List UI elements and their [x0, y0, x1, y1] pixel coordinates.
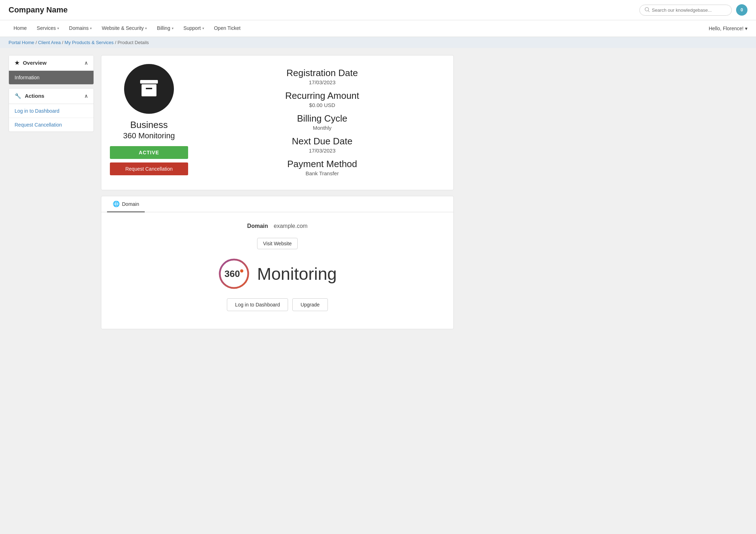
logo-section: 360 Monitoring Log in to Dashboard Upgra…: [116, 258, 439, 311]
svg-rect-2: [140, 80, 158, 84]
nav-item-support[interactable]: Support ▾: [179, 20, 209, 37]
active-status-badge: ACTIVE: [110, 146, 188, 159]
monitoring-label: Monitoring: [257, 264, 337, 284]
breadcrumb: Portal Home / Client Area / My Products …: [0, 37, 756, 48]
header-right: 0: [639, 4, 747, 16]
header: Company Name 0: [0, 0, 756, 20]
registration-date-label: Registration Date: [199, 68, 445, 79]
upgrade-button[interactable]: Upgrade: [292, 298, 328, 311]
search-input[interactable]: [652, 7, 726, 13]
domain-value: example.com: [274, 223, 308, 229]
sidebar-overview-left: ★ Overview: [15, 60, 47, 66]
nav-left: Home Services ▾ Domains ▾ Website & Secu…: [9, 20, 245, 37]
billing-cycle-value: Monthly: [199, 125, 445, 131]
product-icon-circle: [124, 64, 174, 114]
cancel-button[interactable]: Request Cancellation: [110, 162, 188, 175]
domain-tab-label: Domain: [122, 201, 139, 207]
actions-chevron: ∧: [84, 93, 88, 99]
user-menu-caret: ▾: [745, 26, 747, 31]
nav-item-domains[interactable]: Domains ▾: [64, 20, 97, 37]
monitoring-logo: 360 Monitoring: [218, 258, 337, 290]
billing-cycle-label: Billing Cycle: [199, 113, 445, 124]
sidebar-item-login-dashboard[interactable]: Log in to Dashboard: [9, 104, 94, 118]
payment-method-label: Payment Method: [199, 159, 445, 170]
action-buttons: Log in to Dashboard Upgrade: [227, 298, 328, 311]
website-security-caret: ▾: [145, 26, 147, 30]
search-box[interactable]: [639, 5, 732, 16]
user-menu[interactable]: Hello, Florence! ▾: [709, 26, 747, 31]
sidebar-actions-section: 🔧 Actions ∧ Log in to Dashboard Request …: [9, 88, 94, 132]
svg-rect-3: [142, 84, 156, 96]
sidebar-overview-header[interactable]: ★ Overview ∧: [9, 55, 94, 71]
sidebar-item-information[interactable]: Information: [9, 71, 94, 84]
payment-method-value: Bank Transfer: [199, 170, 445, 176]
sidebar-actions-header[interactable]: 🔧 Actions ∧: [9, 89, 94, 104]
logo-360-number: 360: [224, 268, 243, 279]
search-icon: [645, 7, 650, 13]
sidebar-overview-section: ★ Overview ∧ Information: [9, 55, 94, 85]
support-caret: ▾: [202, 26, 204, 30]
archive-icon: [137, 76, 161, 101]
user-greeting: Hello, Florence!: [709, 26, 744, 31]
login-dashboard-button[interactable]: Log in to Dashboard: [227, 298, 288, 311]
breadcrumb-portal-home[interactable]: Portal Home: [9, 40, 34, 45]
nav-item-website-security[interactable]: Website & Security ▾: [97, 20, 152, 37]
domain-tabs: 🌐 Domain: [101, 196, 453, 212]
sidebar: ★ Overview ∧ Information 🔧 Actions ∧ Log…: [9, 55, 94, 329]
nav-item-services[interactable]: Services ▾: [32, 20, 64, 37]
nav-item-billing[interactable]: Billing ▾: [152, 20, 178, 37]
overview-chevron: ∧: [84, 60, 88, 66]
svg-rect-4: [146, 88, 152, 89]
logo-circle-wrapper: 360: [218, 258, 250, 290]
nav-item-open-ticket[interactable]: Open Ticket: [209, 20, 246, 37]
wrench-icon: 🔧: [15, 93, 21, 99]
next-due-date-label: Next Due Date: [199, 136, 445, 147]
breadcrumb-my-products[interactable]: My Products & Services: [65, 40, 114, 45]
company-name: Company Name: [9, 5, 68, 15]
domain-content: Domain example.com Visit Website: [101, 212, 453, 329]
visit-website-button[interactable]: Visit Website: [257, 238, 298, 249]
product-name: Business: [130, 119, 168, 130]
billing-caret: ▾: [172, 26, 174, 30]
recurring-amount-label: Recurring Amount: [199, 90, 445, 101]
main-content: ★ Overview ∧ Information 🔧 Actions ∧ Log…: [0, 48, 462, 336]
svg-line-1: [648, 11, 649, 12]
breadcrumb-sep-2: /: [62, 40, 64, 45]
breadcrumb-client-area[interactable]: Client Area: [38, 40, 61, 45]
services-caret: ▾: [57, 26, 59, 30]
sidebar-actions-left: 🔧 Actions: [15, 93, 44, 99]
domain-section: 🌐 Domain Domain example.com Visit Websit…: [101, 196, 454, 329]
logo-dot: [240, 269, 244, 273]
content-area: Business 360 Monitoring ACTIVE Request C…: [101, 55, 454, 329]
domain-row: Domain example.com: [116, 223, 439, 229]
globe-icon: 🌐: [113, 201, 120, 207]
product-card: Business 360 Monitoring ACTIVE Request C…: [101, 55, 454, 190]
registration-date-value: 17/03/2023: [199, 79, 445, 85]
product-sub-name: 360 Monitoring: [123, 131, 175, 140]
cart-button[interactable]: 0: [736, 4, 747, 16]
main-nav: Home Services ▾ Domains ▾ Website & Secu…: [0, 20, 756, 37]
sidebar-overview-label: Overview: [23, 60, 47, 66]
sidebar-actions-label: Actions: [25, 93, 44, 99]
breadcrumb-product-details: Product Details: [117, 40, 149, 45]
nav-item-home[interactable]: Home: [9, 20, 32, 37]
sidebar-item-request-cancellation[interactable]: Request Cancellation: [9, 118, 94, 132]
domain-label: Domain: [247, 223, 268, 229]
star-icon: ★: [15, 60, 19, 66]
domains-caret: ▾: [90, 26, 92, 30]
product-left: Business 360 Monitoring ACTIVE Request C…: [110, 64, 188, 175]
domain-tab[interactable]: 🌐 Domain: [107, 196, 145, 212]
next-due-date-value: 17/03/2023: [199, 148, 445, 154]
recurring-amount-value: $0.00 USD: [199, 102, 445, 108]
product-info: Registration Date 17/03/2023 Recurring A…: [199, 64, 445, 181]
cart-count: 0: [741, 7, 743, 12]
